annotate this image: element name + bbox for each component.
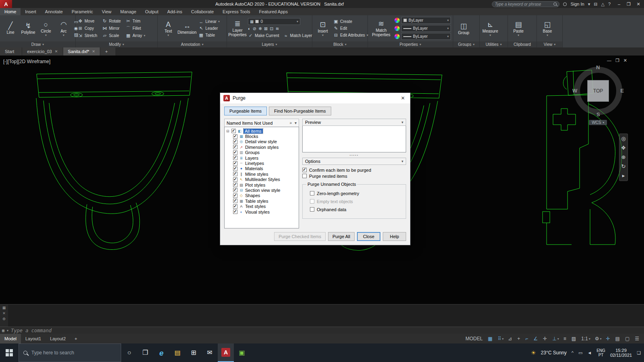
tab-view[interactable]: View [97, 8, 116, 15]
tree-item-checkbox[interactable] [233, 199, 237, 203]
arc-button[interactable]: ◠ Arc ▾ [55, 21, 72, 37]
cortana-icon[interactable]: ○ [121, 343, 137, 362]
options-collapse-icon[interactable]: ▾ [401, 159, 403, 163]
tab-featured-apps[interactable]: Featured Apps [254, 8, 292, 15]
taskbar-search-input[interactable] [31, 350, 116, 356]
autocad-app-logo[interactable]: A [0, 0, 12, 8]
preview-splitter[interactable]: ••••• [302, 152, 406, 158]
viewcube-top-face[interactable]: TOP [587, 80, 609, 102]
language-indicator[interactable]: ENG PT [597, 348, 605, 357]
viewcube-west[interactable]: W [572, 88, 577, 94]
mirror-button[interactable]: ⋈ Mirror [102, 25, 122, 32]
layer-properties-button[interactable]: ≣ Layer Properties [229, 20, 246, 37]
window-minimize-icon[interactable]: – [614, 0, 624, 8]
sign-in-dropdown-icon[interactable]: ▾ [588, 2, 590, 7]
scale-button[interactable]: ▱ Scale [102, 33, 122, 39]
tree-item-materials[interactable]: ● Materials [225, 166, 299, 171]
orphaned-data-checkbox[interactable]: Orphaned data [306, 206, 402, 212]
tree-item-checkbox[interactable] [233, 140, 237, 144]
find-non-purgeable-items-tab[interactable]: Find Non-Purgeable Items [269, 107, 331, 115]
stretch-button[interactable]: ⇲ Stretch [78, 33, 99, 39]
tab-collaborate[interactable]: Collaborate [187, 8, 218, 15]
new-layout-button[interactable]: + [70, 334, 81, 343]
edge-icon[interactable]: e [153, 343, 169, 362]
file-tab-start[interactable]: Start [0, 47, 22, 56]
doc-close-icon[interactable]: ✕ [623, 58, 627, 63]
object-snap-tracking-icon[interactable]: ✛ [543, 336, 548, 341]
paste-button[interactable]: ▤ Paste ▾ [510, 21, 527, 37]
show-hidden-icons[interactable]: ^ [572, 350, 574, 355]
window-close-icon[interactable]: ✕ [634, 0, 643, 8]
tab-annotate[interactable]: Annotate [41, 8, 67, 15]
viewcube-south[interactable]: S [597, 111, 600, 117]
keyword-search-box[interactable] [492, 1, 559, 7]
tree-item-checkbox[interactable] [233, 204, 237, 209]
annotation-scale-button[interactable]: 1:1▾ [581, 336, 590, 341]
pan-icon[interactable]: ✥ [621, 145, 626, 151]
tree-item-checkbox[interactable] [233, 183, 237, 187]
file-tab-exercicio[interactable]: exercicio_03 ✕ [22, 47, 63, 56]
store-icon[interactable]: ⊞ [186, 343, 202, 362]
edit-attributes-button[interactable]: ⊟ Edit Attributes ▾ [333, 32, 368, 39]
options-section-header[interactable]: Options ▾ [302, 158, 406, 165]
quick-properties-icon[interactable]: ▤ [615, 336, 621, 341]
tree-item-dimension-styles[interactable]: ↗ Dimension styles [225, 144, 299, 150]
purge-dialog-titlebar[interactable]: A Purge ✕ [220, 93, 410, 103]
task-view-icon[interactable]: ❐ [137, 343, 153, 362]
bylayer-dropdown[interactable]: ByLayer ▾ [401, 33, 451, 40]
ortho-mode-icon[interactable]: ⌐ [525, 336, 529, 341]
clipboard-panel-label[interactable]: Clipboard [508, 41, 537, 47]
zoom-icon[interactable]: ⊕ [621, 154, 626, 160]
model-tab[interactable]: Model [0, 334, 21, 343]
modify-panel-label[interactable]: Modify▾ [76, 41, 157, 47]
visual-style-control[interactable]: [2D Wireframe] [18, 59, 51, 64]
app-store-cart-icon[interactable]: ⊟ [594, 2, 597, 7]
orbit-icon[interactable]: ↻ [621, 164, 626, 169]
move-button[interactable]: ✥ Move [78, 18, 99, 25]
groups-panel-label[interactable]: Groups▾ [453, 41, 479, 47]
customization-icon[interactable]: ☰ [635, 336, 640, 341]
tree-item-checkbox[interactable] [233, 193, 237, 198]
preview-section-header[interactable]: Preview ▾ [302, 119, 406, 126]
create-block-button[interactable]: ▣ Create [333, 19, 368, 25]
tree-item-all-items[interactable]: ⊟ ◧ All items [225, 128, 299, 134]
leader-button[interactable]: ↖ Leader [198, 25, 220, 32]
tab-close-icon[interactable]: ✕ [55, 49, 58, 53]
isolate-objects-icon[interactable]: ▢ [625, 336, 630, 341]
alert-icon[interactable]: △ [601, 2, 604, 7]
dynamic-input-icon[interactable]: + [517, 336, 521, 341]
transparency-icon[interactable]: ▨ [572, 336, 577, 341]
lineweight-icon[interactable]: ≡ [564, 336, 567, 341]
layer-off-icon[interactable]: ◐ [248, 26, 251, 31]
make-current-button[interactable]: ✓ Make Current [248, 33, 279, 39]
tree-item-mline-styles[interactable]: ∥ Mline styles [225, 171, 299, 177]
layer-walk-icon[interactable]: ≋ [276, 26, 279, 31]
empty-text-objects-checkbox[interactable]: Empty text objects [306, 198, 402, 204]
confirm-each-item-checkbox[interactable]: Confirm each item to be purged [302, 167, 406, 173]
tree-item-text-styles[interactable]: A Text styles [225, 204, 299, 209]
tab-manage[interactable]: Manage [116, 8, 141, 15]
purgeable-items-tab[interactable]: Purgeable Items [224, 107, 267, 115]
tree-item-plot-styles[interactable]: ▤ Plot styles [225, 182, 299, 187]
volume-tray-icon[interactable]: ◄ [587, 350, 592, 355]
showmotion-icon[interactable]: ▸ [622, 173, 625, 179]
tree-expand-icon[interactable]: ⊟ [226, 129, 230, 133]
taskbar-search-box[interactable] [19, 343, 121, 362]
tree-item-checkbox[interactable] [233, 134, 237, 139]
tree-item-section-view-style[interactable]: ⊟ Section view style [225, 187, 299, 193]
wcs-dropdown[interactable]: WCS ▾ [589, 120, 607, 125]
command-input-dropdown-icon[interactable]: ▾ [6, 328, 9, 333]
infer-constraints-icon[interactable]: ⊿ [508, 336, 513, 341]
view-panel-label[interactable]: View▾ [537, 41, 562, 47]
utilities-panel-label[interactable]: Utilities▾ [480, 41, 508, 47]
tree-item-checkbox[interactable] [233, 210, 237, 214]
purge-nested-items-checkbox[interactable]: Purge nested items [302, 173, 406, 179]
command-input[interactable] [11, 328, 642, 333]
tree-item-visual-styles[interactable]: ◐ Visual styles [225, 209, 299, 214]
tab-parametric[interactable]: Parametric [67, 8, 97, 15]
tree-item-groups[interactable]: ▥ Groups [225, 150, 299, 155]
close-button[interactable]: Close [357, 232, 380, 241]
tab-close-icon[interactable]: ✕ [92, 49, 95, 53]
tab-express-tools[interactable]: Express Tools [218, 8, 254, 15]
viewcube-north[interactable]: N [596, 64, 600, 70]
